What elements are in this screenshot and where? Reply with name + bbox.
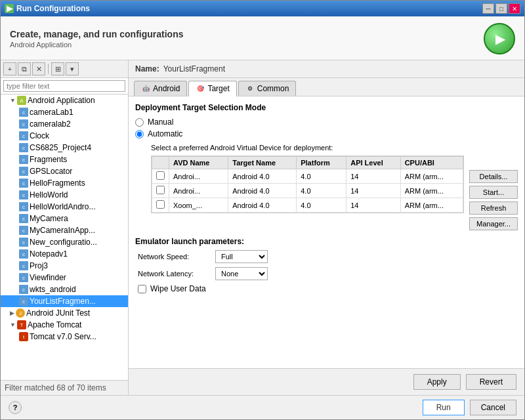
run-configurations-window: ▶ Run Configurations ─ □ ✕ Create, manag… <box>0 0 525 420</box>
item-label: Clock <box>30 131 49 140</box>
list-item[interactable]: c MyCameraInApp... <box>1 224 128 236</box>
list-item[interactable]: c wkts_android <box>1 284 128 295</box>
android-app-header[interactable]: ▼ A Android Application <box>1 94 128 106</box>
revert-button[interactable]: Revert <box>466 374 516 390</box>
item-label: GPSLocator <box>30 167 72 176</box>
config-icon: c <box>19 190 28 200</box>
list-item[interactable]: c HelloFragments <box>1 177 128 189</box>
row-avd-1: Androi... <box>169 169 228 184</box>
android-caret: ▼ <box>10 97 16 104</box>
row-check-2[interactable] <box>152 184 169 198</box>
android-tab-icon: 🤖 <box>141 84 150 93</box>
list-item[interactable]: c HelloWorldAndro... <box>1 201 128 213</box>
start-button[interactable]: Start... <box>469 186 518 199</box>
junit-label: Android JUnit Test <box>26 308 90 318</box>
config-icon: c <box>19 155 28 164</box>
item-label: HelloFragments <box>30 178 85 188</box>
new-config-button[interactable]: + <box>3 62 16 75</box>
list-item[interactable]: c GPSLocator <box>1 165 128 177</box>
manual-label: Manual <box>148 117 173 127</box>
wipe-user-data-checkbox[interactable] <box>138 285 146 293</box>
list-item[interactable]: t Tomcat v7.0 Serv... <box>1 331 128 343</box>
table-row[interactable]: Xoom_... Android 4.0 4.0 14 ARM (arm... <box>152 198 463 213</box>
manual-radio-row: Manual <box>135 117 518 127</box>
list-item[interactable]: c Proj3 <box>1 260 128 272</box>
manager-button[interactable]: Manager... <box>469 217 518 230</box>
avd-section: AVD Name Target Name Platform API Level … <box>135 156 518 230</box>
col-header-check <box>152 157 169 169</box>
item-label: Proj3 <box>30 261 48 270</box>
tomcat-header[interactable]: ▼ T Apache Tomcat <box>1 319 128 331</box>
item-label: HelloWorldAndro... <box>30 202 96 211</box>
list-item[interactable]: c CS6825_Project4 <box>1 142 128 154</box>
network-latency-dropdown[interactable]: None GPRS EDGE UMTS <box>215 267 268 280</box>
list-item[interactable]: c Clock <box>1 130 128 142</box>
close-button[interactable]: ✕ <box>509 3 520 14</box>
wipe-user-data-row: Wipe User Data <box>138 284 518 293</box>
row-target-1: Android 4.0 <box>228 169 297 184</box>
apply-button[interactable]: Apply <box>413 374 461 390</box>
delete-config-button[interactable]: ✕ <box>32 62 45 75</box>
network-speed-dropdown[interactable]: Full GPRS EDGE UMTS HSDPA LTE <box>215 250 268 263</box>
expand-all-button[interactable]: ⊞ <box>51 62 64 75</box>
list-item[interactable]: c MyCamera <box>1 213 128 224</box>
right-panel: Name: YourListFragment 🤖 Android 🎯 Targe… <box>129 60 524 395</box>
run-button[interactable]: Run <box>423 400 465 415</box>
col-header-api: API Level <box>346 157 400 169</box>
tab-bar: 🤖 Android 🎯 Target ⚙ Common <box>129 78 524 96</box>
manual-radio[interactable] <box>135 118 144 127</box>
list-item[interactable]: c Fragments <box>1 154 128 165</box>
junit-header[interactable]: ▶ J Android JUnit Test <box>1 307 128 319</box>
row-platform-1: 4.0 <box>297 169 346 184</box>
list-item[interactable]: c Viewfinder <box>1 272 128 284</box>
more-options-button[interactable]: ▾ <box>66 62 79 75</box>
col-header-target: Target Name <box>228 157 297 169</box>
filter-input[interactable] <box>3 80 125 92</box>
android-app-label: Android Application <box>28 96 95 105</box>
maximize-button[interactable]: □ <box>495 3 507 14</box>
tab-target-label: Target <box>207 84 229 93</box>
list-item[interactable]: c HelloWorld <box>1 189 128 201</box>
name-value: YourListFragment <box>163 64 225 74</box>
automatic-label: Automatic <box>148 129 182 138</box>
config-icon: c <box>19 261 28 270</box>
tab-common[interactable]: ⚙ Common <box>238 81 297 96</box>
list-item[interactable]: c New_configuratio... <box>1 236 128 248</box>
details-button[interactable]: Details... <box>469 170 518 183</box>
filter-box <box>1 78 128 94</box>
row-avd-3: Xoom_... <box>169 198 228 213</box>
avd-checkbox-3[interactable] <box>156 200 165 209</box>
help-button[interactable]: ? <box>9 401 22 414</box>
row-check-3[interactable] <box>152 198 169 213</box>
tab-target[interactable]: 🎯 Target <box>188 81 236 96</box>
list-item[interactable]: c Notepadv1 <box>1 248 128 260</box>
refresh-button[interactable]: Refresh <box>469 201 518 215</box>
tomcat-item-icon: t <box>19 332 28 341</box>
table-row[interactable]: Androi... Android 4.0 4.0 14 ARM (arm... <box>152 169 463 184</box>
junit-icon: J <box>16 308 25 318</box>
deployment-section-title: Deployment Target Selection Mode <box>135 103 518 112</box>
emulator-section: Emulator launch parameters: Network Spee… <box>135 237 518 293</box>
copy-config-button[interactable]: ⧉ <box>18 62 31 75</box>
row-platform-3: 4.0 <box>297 198 346 213</box>
item-label: Tomcat v7.0 Serv... <box>30 332 96 341</box>
avd-checkbox-1[interactable] <box>156 171 165 180</box>
row-check-1[interactable] <box>152 169 169 184</box>
row-target-3: Android 4.0 <box>228 198 297 213</box>
item-label: Fragments <box>30 155 67 164</box>
list-item[interactable]: c cameraLab1 <box>1 106 128 118</box>
automatic-radio[interactable] <box>135 130 144 138</box>
row-avd-2: Androi... <box>169 184 228 198</box>
table-row[interactable]: Androi... Android 4.0 4.0 14 ARM (arm... <box>152 184 463 198</box>
list-item[interactable]: c cameralab2 <box>1 118 128 130</box>
network-speed-label: Network Speed: <box>138 253 210 261</box>
col-header-cpu: CPU/ABI <box>400 157 463 169</box>
cancel-button[interactable]: Cancel <box>470 400 516 415</box>
avd-checkbox-2[interactable] <box>156 186 165 194</box>
main-content: + ⧉ ✕ ⊞ ▾ ▼ A Android Application <box>1 60 524 395</box>
minimize-button[interactable]: ─ <box>482 3 494 14</box>
tab-android[interactable]: 🤖 Android <box>134 81 187 96</box>
item-label: cameralab2 <box>30 119 71 129</box>
tomcat-label: Apache Tomcat <box>28 320 82 329</box>
list-item-selected[interactable]: c YourListFragmen... <box>1 295 128 307</box>
